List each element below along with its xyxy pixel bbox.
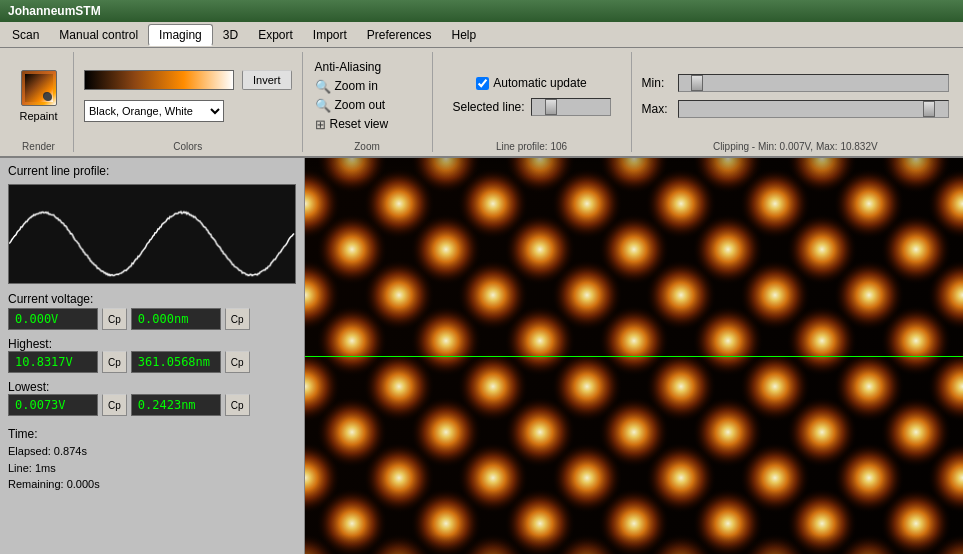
voltage-nm-value: 0.000nm [131,308,221,330]
clipping-section-label: Clipping - Min: 0.007V, Max: 10.832V [632,141,959,152]
zoom-in-icon: 🔍 [315,79,331,94]
lowest-voltage-cp-button[interactable]: Cp [102,394,127,416]
toolbar: Repaint Render Invert Black, Orange, Whi… [0,48,963,158]
voltage-row: 0.000V Cp 0.000nm Cp [8,308,296,330]
lowest-title: Lowest: [8,380,296,394]
voltage-nm-cp-button[interactable]: Cp [225,308,250,330]
auto-update-checkbox[interactable] [476,77,489,90]
menu-preferences[interactable]: Preferences [357,25,442,45]
left-panel: Current line profile: Current voltage: 0… [0,158,305,554]
colors-section-label: Colors [74,141,302,152]
max-label: Max: [642,102,672,116]
menu-3d[interactable]: 3D [213,25,248,45]
line-profile-canvas [9,185,295,283]
line-profile-title: Current line profile: [8,164,296,178]
menu-help[interactable]: Help [442,25,487,45]
svg-point-1 [43,92,51,100]
selected-line-slider[interactable] [531,98,611,116]
menu-bar: Scan Manual control Imaging 3D Export Im… [0,22,963,48]
zoom-section: Anti-Aliasing 🔍 Zoom in 🔍 Zoom out ⊞ Res… [303,52,433,152]
repaint-label[interactable]: Repaint [20,110,58,122]
voltage-section: Current voltage: 0.000V Cp 0.000nm Cp [8,292,296,333]
menu-manual-control[interactable]: Manual control [49,25,148,45]
svg-rect-0 [25,74,53,102]
auto-update-label: Automatic update [493,76,586,90]
selected-line-label: Selected line: [453,100,525,114]
time-title: Time: [8,427,296,441]
zoom-in-button[interactable]: 🔍 Zoom in [315,78,378,95]
highest-title: Highest: [8,337,296,351]
voltage-value: 0.000V [8,308,98,330]
line-profile-section: Automatic update Selected line: Line pro… [433,52,632,152]
highest-row: 10.8317V Cp 361.0568nm Cp [8,351,296,373]
menu-imaging[interactable]: Imaging [148,24,213,46]
lowest-nm-value: 0.2423nm [131,394,221,416]
color-gradient-bar [84,70,234,90]
menu-export[interactable]: Export [248,25,303,45]
highest-nm-cp-button[interactable]: Cp [225,351,250,373]
stm-image[interactable] [305,158,963,554]
line-profile-section-label: Line profile: 106 [433,141,631,152]
time-section: Time: Elapsed: 0.874s Line: 1ms Remainin… [8,427,296,493]
invert-button[interactable]: Invert [242,70,292,90]
main-content: Current line profile: Current voltage: 0… [0,158,963,554]
zoom-out-icon: 🔍 [315,98,331,113]
zoom-section-label: Zoom [303,141,432,152]
reset-view-icon: ⊞ [315,117,326,132]
min-label: Min: [642,76,672,90]
app-title: JohanneumSTM [8,4,101,18]
lowest-row: 0.0073V Cp 0.2423nm Cp [8,394,296,416]
scan-line [305,356,963,357]
max-slider[interactable] [678,100,949,118]
highest-voltage-value: 10.8317V [8,351,98,373]
clipping-section: Min: Max: Clipping - Min: 0.007V, Max: 1… [632,52,959,152]
voltage-cp-button[interactable]: Cp [102,308,127,330]
render-section-label: Render [4,141,73,152]
zoom-out-button[interactable]: 🔍 Zoom out [315,97,386,114]
time-line: Line: 1ms [8,460,296,477]
time-remaining: Remaining: 0.000s [8,476,296,493]
render-section: Repaint Render [4,52,74,152]
lowest-section: Lowest: 0.0073V Cp 0.2423nm Cp [8,380,296,419]
time-elapsed: Elapsed: 0.874s [8,443,296,460]
color-scheme-select[interactable]: Black, Orange, White [84,100,224,122]
highest-section: Highest: 10.8317V Cp 361.0568nm Cp [8,337,296,376]
repaint-icon [21,70,57,106]
lowest-nm-cp-button[interactable]: Cp [225,394,250,416]
lowest-voltage-value: 0.0073V [8,394,98,416]
min-slider[interactable] [678,74,949,92]
voltage-title: Current voltage: [8,292,296,306]
menu-import[interactable]: Import [303,25,357,45]
reset-view-button[interactable]: ⊞ Reset view [315,116,389,133]
title-bar: JohanneumSTM [0,0,963,22]
highest-nm-value: 361.0568nm [131,351,221,373]
highest-voltage-cp-button[interactable]: Cp [102,351,127,373]
anti-alias-label: Anti-Aliasing [315,60,382,74]
line-profile-graph [8,184,296,284]
menu-scan[interactable]: Scan [2,25,49,45]
colors-section: Invert Black, Orange, White Colors [74,52,303,152]
